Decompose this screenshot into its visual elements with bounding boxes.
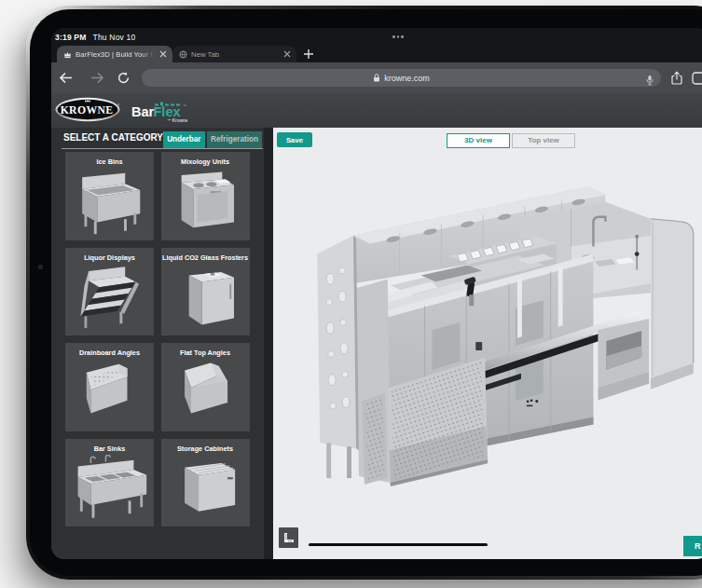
browser-tab-strip: BarFlex3D | Build Your D New Tab [51,45,702,62]
address-url: krowne.com [384,74,430,83]
storage-cabinets-image [161,455,250,524]
status-time-date: 3:19 PMThu Nov 10 [55,33,135,42]
dimensions-button[interactable] [279,527,298,548]
category-card-flat-top-angles[interactable]: Flat Top Angles [161,343,250,431]
category-sidebar: SELECT A CATEGORY Underbar Refrigeration… [51,128,264,559]
ruler-icon [282,532,295,544]
tab-title: BarFlex3D | Build Your D [76,50,157,59]
bar-3d-model[interactable] [310,182,702,493]
design-canvas[interactable]: Save 3D view Top view [273,128,702,559]
dimension-line [309,543,488,546]
category-card-bar-sinks[interactable]: Bar Sinks [65,439,154,527]
tab-underbar[interactable]: Underbar [163,131,204,148]
category-card-drainboard-angles[interactable]: Drainboard Angles [65,343,154,431]
multitask-indicator-icon [392,35,404,38]
category-grid: Ice Bins Mixology Units [65,152,250,526]
svg-text:™: ™ [183,103,186,108]
flat-top-angles-image [161,359,250,428]
tab-close-icon[interactable] [283,50,291,58]
tab-title: New Tab [191,50,281,59]
app-content: SELECT A CATEGORY Underbar Refrigeration… [51,128,702,559]
new-tab-button[interactable] [302,48,315,61]
microphone-icon[interactable] [645,73,654,89]
tab-close-icon[interactable] [159,50,167,58]
address-bar[interactable]: krowne.com [142,69,661,87]
app-header: KROWNE ® Bar Flex ™ ™ Krowne [51,93,702,128]
svg-text:Flex: Flex [154,104,181,119]
forward-button-icon[interactable] [89,71,104,85]
category-card-glass-frosters[interactable]: Liquid CO2 Glass Frosters [161,248,250,336]
svg-text:Bar: Bar [131,104,155,119]
tab-new-tab[interactable]: New Tab [172,46,296,62]
back-button-icon[interactable] [59,71,74,85]
view-toggle: 3D view Top view [447,133,575,148]
svg-text:™ Krowne: ™ Krowne [167,118,188,123]
tablet-screen: 3:19 PMThu Nov 10 BarFlex3D | Build Your… [51,28,702,559]
category-card-ice-bins[interactable]: Ice Bins [65,152,154,240]
save-button[interactable]: Save [277,132,312,147]
tab-refrigeration[interactable]: Refrigeration [207,131,262,148]
globe-favicon-icon [179,50,187,59]
krowne-logo: KROWNE ® [53,96,122,127]
request-quote-button[interactable]: R [683,536,702,556]
drainboard-angles-image [65,359,154,428]
barflex-logo: Bar Flex ™ ™ Krowne [131,100,240,128]
reload-button-icon[interactable] [117,71,131,85]
bar-sinks-image [65,455,154,524]
sidebar-header: SELECT A CATEGORY Underbar Refrigeration [62,128,263,149]
crown-favicon-icon [63,50,72,59]
svg-text:®: ® [117,103,120,107]
browser-toolbar: krowne.com [51,62,702,93]
sidebar-canvas-divider [264,128,273,559]
glass-frosters-image [161,264,250,333]
tab-barflex3d[interactable]: BarFlex3D | Build Your D [57,46,172,62]
view-3d-button[interactable]: 3D view [447,133,510,148]
status-bar: 3:19 PMThu Nov 10 [51,28,702,45]
tablet-device: 3:19 PMThu Nov 10 BarFlex3D | Build Your… [26,6,702,580]
category-card-storage-cabinets[interactable]: Storage Cabinets [161,439,250,527]
ice-bins-image [65,168,154,237]
tab-switcher-icon[interactable] [692,72,702,89]
lock-icon [373,74,380,82]
category-card-liquor-displays[interactable]: Liquor Displays [65,248,154,336]
sidebar-heading: SELECT A CATEGORY [63,132,163,143]
svg-text:KROWNE: KROWNE [61,104,114,116]
liquor-displays-image [65,264,154,333]
category-card-mixology-units[interactable]: Mixology Units [161,152,250,240]
tablet-camera [38,265,43,269]
view-top-button[interactable]: Top view [512,133,575,148]
status-time: 3:19 PM [55,33,87,42]
status-date: Thu Nov 10 [93,33,136,42]
mixology-units-image [161,168,250,237]
share-icon[interactable] [670,71,683,89]
